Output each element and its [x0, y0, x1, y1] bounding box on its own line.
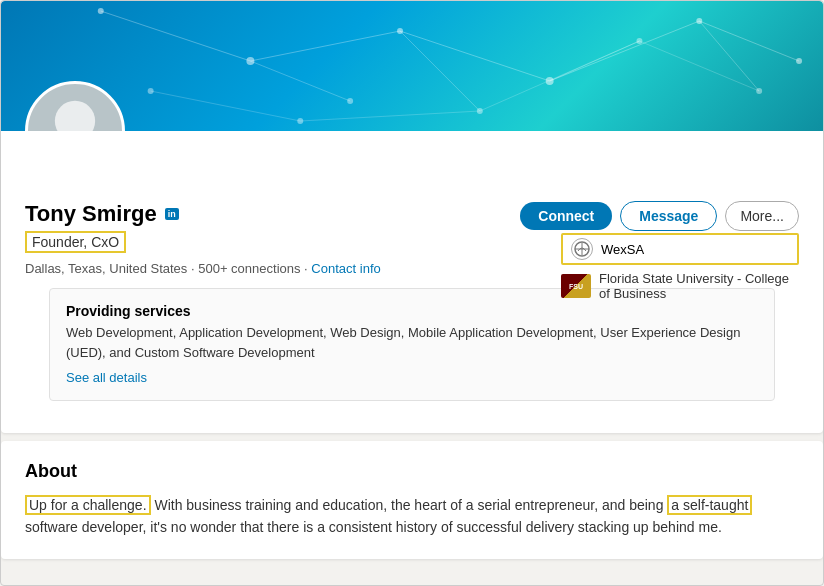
edu-logo-icon: FSU: [561, 274, 591, 298]
svg-line-9: [151, 91, 301, 121]
banner-network-pattern: [1, 1, 823, 131]
affiliations: WexSA FSU Florida State University - Col…: [561, 233, 799, 301]
about-body-text-2: software developer, it's no wonder that …: [25, 519, 722, 535]
profile-name: Tony Smirge: [25, 201, 157, 227]
connections-count: 500+ connections: [198, 261, 300, 276]
svg-point-20: [477, 108, 483, 114]
svg-point-25: [55, 101, 95, 131]
services-text: Web Development, Application Development…: [66, 323, 758, 362]
company-logo-icon: [571, 238, 593, 260]
profile-info-section: Connect Message More... WexSA: [1, 185, 823, 433]
svg-line-1: [250, 31, 400, 61]
svg-line-12: [639, 41, 759, 91]
avatar: [25, 81, 125, 131]
location-text: Dallas, Texas, United States: [25, 261, 187, 276]
action-buttons: Connect Message More...: [520, 201, 799, 231]
svg-line-3: [550, 21, 700, 81]
about-card: About Up for a challenge. With business …: [1, 441, 823, 559]
more-button[interactable]: More...: [725, 201, 799, 231]
about-highlight-2: a self-taught: [667, 495, 752, 515]
profile-banner: [1, 1, 823, 131]
svg-line-10: [300, 111, 480, 121]
see-all-details-link[interactable]: See all details: [66, 370, 147, 385]
svg-line-4: [699, 21, 799, 61]
company-name: WexSA: [601, 242, 644, 257]
svg-line-5: [250, 61, 350, 101]
services-title: Providing services: [66, 303, 758, 319]
services-box: Providing services Web Development, Appl…: [49, 288, 775, 401]
svg-line-6: [400, 31, 480, 111]
svg-point-21: [636, 38, 642, 44]
svg-point-23: [148, 88, 154, 94]
linkedin-badge: in: [165, 208, 179, 220]
svg-line-11: [480, 41, 640, 111]
profile-title: Founder, CxO: [25, 231, 126, 253]
education-item[interactable]: FSU Florida State University - College o…: [561, 271, 799, 301]
svg-point-24: [297, 118, 303, 124]
education-name: Florida State University - College of Bu…: [599, 271, 799, 301]
profile-card: Connect Message More... WexSA: [1, 1, 823, 433]
about-body-text: With business training and education, th…: [151, 497, 668, 513]
svg-point-17: [696, 18, 702, 24]
about-highlight-1: Up for a challenge.: [25, 495, 151, 515]
svg-point-15: [397, 28, 403, 34]
svg-point-16: [546, 77, 554, 85]
svg-line-2: [400, 31, 550, 81]
about-body: Up for a challenge. With business traini…: [25, 494, 799, 539]
message-button[interactable]: Message: [620, 201, 717, 231]
avatar-icon: [28, 84, 122, 131]
svg-point-14: [246, 57, 254, 65]
connect-button[interactable]: Connect: [520, 202, 612, 230]
svg-point-19: [347, 98, 353, 104]
svg-line-0: [101, 11, 251, 61]
about-title: About: [25, 461, 799, 482]
svg-line-8: [699, 21, 759, 91]
svg-point-22: [756, 88, 762, 94]
company-item[interactable]: WexSA: [561, 233, 799, 265]
svg-point-18: [796, 58, 802, 64]
contact-info-link[interactable]: Contact info: [311, 261, 380, 276]
svg-point-13: [98, 8, 104, 14]
